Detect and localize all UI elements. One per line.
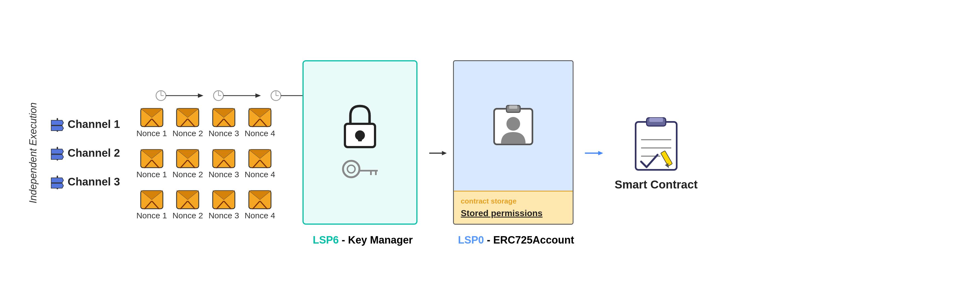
- nonce-label-3-3: Nonce 3: [208, 211, 239, 220]
- channel-row-3: Channel 3: [50, 173, 120, 191]
- lsp0-labeled-box: contract storage Stored permissions LSP0…: [453, 60, 579, 246]
- nonce-2-4: Nonce 4: [245, 149, 275, 179]
- nonce-1-1: Nonce 1: [136, 108, 167, 138]
- nonce-3-2: Nonce 2: [172, 190, 203, 220]
- contract-storage-label: contract storage: [461, 197, 566, 206]
- nonce-label-3-1: Nonce 1: [136, 211, 167, 220]
- svg-marker-81: [442, 151, 447, 155]
- envelope-svg-2-3: [212, 149, 235, 168]
- lsp6-label: LSP6 - Key Manager: [313, 234, 412, 246]
- nonce-label-2-3: Nonce 3: [208, 170, 239, 179]
- nonce-label-1-4: Nonce 4: [245, 129, 275, 138]
- svg-point-85: [506, 117, 520, 131]
- svg-marker-1: [51, 120, 64, 125]
- envelope-svg-2-1: [140, 149, 164, 168]
- channel-1-label: Channel 1: [68, 118, 120, 131]
- vertical-label: Independent Execution: [27, 102, 39, 203]
- svg-rect-84: [509, 105, 517, 109]
- svg-marker-13: [198, 93, 204, 98]
- svg-marker-8: [51, 183, 64, 188]
- svg-point-76: [347, 165, 355, 173]
- lsp0-upper: [454, 61, 573, 191]
- signpost-icon-3: [50, 173, 65, 191]
- clock-arrow-2: [213, 88, 262, 104]
- nonce-label-2-1: Nonce 1: [136, 170, 167, 179]
- lsp0-color-label: LSP0: [458, 234, 484, 246]
- signpost-icon-1: [50, 115, 65, 133]
- nonce-label-2-4: Nonce 4: [245, 170, 275, 179]
- nonce-row-2: Nonce 1 Nonce 2: [136, 149, 275, 179]
- svg-point-75: [343, 161, 360, 177]
- nonce-3-4: Nonce 4: [245, 190, 275, 220]
- channels-section: Channel 1 Channel 2: [50, 115, 120, 191]
- envelope-svg-3-4: [248, 190, 272, 209]
- nonce-label-3-2: Nonce 2: [172, 211, 203, 220]
- svg-marker-5: [51, 155, 64, 159]
- nonce-row-3: Nonce 1 Nonce 2: [136, 190, 275, 220]
- nonce-3-3: Nonce 3: [208, 190, 239, 220]
- nonce-2-2: Nonce 2: [172, 149, 203, 179]
- nonce-1-3: Nonce 3: [208, 108, 239, 138]
- signpost-icon-2: [50, 144, 65, 162]
- envelope-svg-1-2: [176, 108, 199, 127]
- svg-marker-2: [51, 126, 64, 131]
- key-icon: [341, 158, 379, 183]
- nonce-row-1: Nonce 1 Nonce 2: [136, 108, 275, 138]
- lsp6-box: [302, 60, 417, 225]
- channel-2-icon: Channel 2: [50, 144, 120, 162]
- nonce-label-1-2: Nonce 2: [172, 129, 203, 138]
- nonce-label-1-3: Nonce 3: [208, 129, 239, 138]
- diagram-container: Independent Execution Channel 1: [0, 0, 980, 306]
- envelope-svg-2-2: [176, 149, 199, 168]
- channel-1-icon: Channel 1: [50, 115, 120, 133]
- stored-permissions-label: Stored permissions: [461, 208, 566, 218]
- envelope-svg-3-3: [212, 190, 235, 209]
- channel-3-icon: Channel 3: [50, 173, 120, 191]
- nonce-2-3: Nonce 3: [208, 149, 239, 179]
- envelope-svg-3-2: [176, 190, 199, 209]
- clipboard-icon: [632, 115, 681, 172]
- envelope-svg-1-3: [212, 108, 235, 127]
- envelope-svg-2-4: [248, 149, 272, 168]
- svg-marker-4: [51, 149, 64, 154]
- nonce-2-1: Nonce 1: [136, 149, 167, 179]
- channel-2-label: Channel 2: [68, 147, 120, 159]
- blue-arrow-svg: [583, 148, 605, 159]
- smart-contract-label: Smart Contract: [614, 178, 697, 191]
- black-arrow-svg: [427, 148, 449, 159]
- nonce-1-4: Nonce 4: [245, 108, 275, 138]
- clock-arrows-row: [136, 86, 275, 105]
- envelope-svg-1-4: [248, 108, 272, 127]
- lsp0-box: contract storage Stored permissions: [453, 60, 573, 225]
- main-content: Independent Execution Channel 1: [27, 16, 953, 290]
- nonce-section-wrapper: Nonce 1 Nonce 2: [136, 86, 275, 220]
- svg-rect-74: [358, 135, 362, 141]
- svg-marker-87: [598, 151, 603, 155]
- channel-row-1: Channel 1: [50, 115, 120, 133]
- lsp6-color-label: LSP6: [313, 234, 339, 246]
- svg-marker-18: [255, 93, 261, 98]
- smart-contract-section: Smart Contract: [614, 115, 697, 191]
- envelope-svg-1-1: [140, 108, 164, 127]
- clock-arrow-1: [156, 88, 205, 104]
- lsp0-label: LSP0 - ERC725Account: [458, 234, 574, 246]
- nonce-1-2: Nonce 2: [172, 108, 203, 138]
- lsp6-labeled-box: LSP6 - Key Manager: [302, 60, 423, 246]
- lock-icon: [338, 102, 382, 150]
- nonce-label-2-2: Nonce 2: [172, 170, 203, 179]
- nonce-label-1-1: Nonce 1: [136, 129, 167, 138]
- arrow-lsp6-to-lsp0: [427, 148, 449, 159]
- clock-arrow-svg-2: [213, 88, 262, 104]
- lsp6-rest-label: - Key Manager: [339, 234, 413, 246]
- svg-marker-7: [51, 178, 64, 183]
- envelope-svg-3-1: [140, 190, 164, 209]
- channel-3-label: Channel 3: [68, 175, 120, 188]
- nonce-3-1: Nonce 1: [136, 190, 167, 220]
- clock-arrow-svg-1: [156, 88, 205, 104]
- svg-rect-90: [649, 118, 663, 122]
- nonce-label-3-4: Nonce 4: [245, 211, 275, 220]
- channel-row-2: Channel 2: [50, 144, 120, 162]
- arrow-lsp0-to-sc: [583, 148, 605, 159]
- lsp0-rest-label: - ERC725Account: [484, 234, 574, 246]
- id-card-icon: [492, 103, 535, 148]
